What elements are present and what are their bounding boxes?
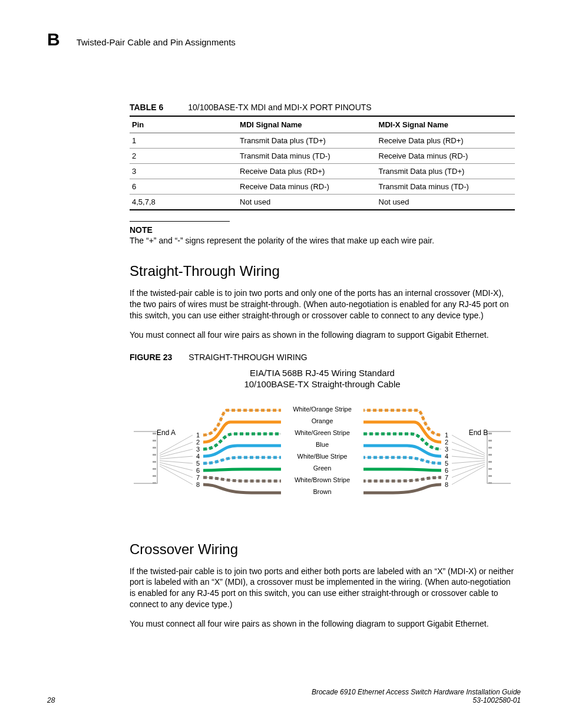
table-cell: Transmit Data plus (TD+) xyxy=(376,164,515,179)
table-row: 3Receive Data plus (RD+)Transmit Data pl… xyxy=(130,164,515,179)
table-cell: Transmit Data minus (TD-) xyxy=(237,149,376,164)
col-mdix: MDI-X Signal Name xyxy=(376,116,515,133)
svg-rect-16 xyxy=(488,461,492,463)
svg-text:5: 5 xyxy=(445,460,448,467)
svg-text:End A: End A xyxy=(157,429,176,437)
footer-docnum: 53-1002580-01 xyxy=(312,696,521,704)
header-title: Twisted-Pair Cable and Pin Assignments xyxy=(77,37,236,47)
svg-line-31 xyxy=(452,460,485,463)
svg-rect-2 xyxy=(153,433,156,434)
svg-rect-14 xyxy=(488,447,492,449)
svg-text:5: 5 xyxy=(196,460,200,467)
svg-text:2: 2 xyxy=(196,439,200,446)
svg-text:White/Green Stripe: White/Green Stripe xyxy=(295,429,350,436)
diagram-subtitle: 10/100BASE-TX Straight-through Cable xyxy=(130,379,515,389)
svg-text:Orange: Orange xyxy=(312,417,333,424)
table-cell: 4,5,7,8 xyxy=(130,195,237,210)
note-label: NOTE xyxy=(130,225,515,235)
table-cell: Not used xyxy=(376,195,515,210)
svg-rect-17 xyxy=(488,468,492,470)
svg-text:6: 6 xyxy=(196,467,200,474)
table-cell: Receive Data minus (RD-) xyxy=(376,149,515,164)
figure-caption: FIGURE 23 STRAIGHT-THROUGH WIRING xyxy=(130,353,515,362)
table-title: 10/100BASE-TX MDI and MDI-X PORT PINOUTS xyxy=(188,103,371,112)
svg-text:Brown: Brown xyxy=(313,488,331,495)
svg-text:White/Orange Stripe: White/Orange Stripe xyxy=(293,406,352,413)
table-cell: Receive Data plus (RD+) xyxy=(237,164,376,179)
section1-para2: You must connect all four wire pairs as … xyxy=(130,330,515,341)
table-cell: Transmit Data minus (TD-) xyxy=(376,179,515,195)
svg-text:7: 7 xyxy=(196,474,200,481)
figure-label: FIGURE 23 xyxy=(130,353,172,362)
svg-text:2: 2 xyxy=(445,439,448,446)
section2-para1: If the twisted-pair cable is to join two… xyxy=(130,566,515,611)
svg-rect-9 xyxy=(153,482,156,484)
svg-rect-13 xyxy=(488,440,492,442)
svg-rect-8 xyxy=(153,475,156,477)
svg-text:6: 6 xyxy=(445,467,448,474)
wiring-diagram: EIA/TIA 568B RJ-45 Wiring Standard 10/10… xyxy=(130,368,515,523)
note-rule xyxy=(130,221,230,222)
svg-text:4: 4 xyxy=(445,453,448,460)
page-number: 28 xyxy=(47,696,55,704)
svg-rect-7 xyxy=(153,468,156,470)
svg-text:3: 3 xyxy=(445,446,448,453)
svg-rect-6 xyxy=(153,461,156,463)
figure-title: STRAIGHT-THROUGH WIRING xyxy=(189,353,307,362)
svg-text:White/Blue Stripe: White/Blue Stripe xyxy=(297,453,348,460)
diagram-title: EIA/TIA 568B RJ-45 Wiring Standard xyxy=(130,368,515,378)
table-row: 1Transmit Data plus (TD+)Receive Data pl… xyxy=(130,133,515,149)
table-cell: Receive Data minus (RD-) xyxy=(237,179,376,195)
page-header: B Twisted-Pair Cable and Pin Assignments xyxy=(47,29,521,50)
note-text: The “+” and “-” signs represent the pola… xyxy=(130,236,515,245)
table-cell: 3 xyxy=(130,164,237,179)
svg-text:Blue: Blue xyxy=(316,441,329,448)
svg-rect-18 xyxy=(488,475,492,477)
col-mdi: MDI Signal Name xyxy=(237,116,376,133)
svg-text:7: 7 xyxy=(445,474,448,481)
svg-rect-3 xyxy=(153,440,156,442)
table-cell: 1 xyxy=(130,133,237,149)
svg-rect-4 xyxy=(153,447,156,449)
svg-line-29 xyxy=(452,456,485,459)
table-row: 2Transmit Data minus (TD-)Receive Data m… xyxy=(130,149,515,164)
table-header-row: Pin MDI Signal Name MDI-X Signal Name xyxy=(130,116,515,133)
svg-line-30 xyxy=(160,460,193,463)
svg-text:4: 4 xyxy=(196,453,200,460)
table-caption: TABLE 6 10/100BASE-TX MDI and MDI-X PORT… xyxy=(130,103,515,112)
page-footer: 28 Brocade 6910 Ethernet Access Switch H… xyxy=(47,688,521,704)
svg-text:8: 8 xyxy=(196,481,200,488)
svg-line-28 xyxy=(160,456,193,459)
svg-rect-5 xyxy=(153,454,156,456)
svg-text:Green: Green xyxy=(313,465,332,472)
table-cell: Transmit Data plus (TD+) xyxy=(237,133,376,149)
section-straight-through-heading: Straight-Through Wiring xyxy=(130,263,515,279)
section-crossover-heading: Crossover Wiring xyxy=(130,541,515,558)
section1-para1: If the twisted-pair cable is to join two… xyxy=(130,288,515,321)
svg-text:End B: End B xyxy=(469,429,488,437)
svg-text:8: 8 xyxy=(445,481,448,488)
svg-text:White/Brown Stripe: White/Brown Stripe xyxy=(295,476,350,483)
svg-text:1: 1 xyxy=(196,431,200,439)
footer-book: Brocade 6910 Ethernet Access Switch Hard… xyxy=(312,688,521,696)
svg-text:1: 1 xyxy=(445,431,448,439)
svg-rect-12 xyxy=(488,433,492,434)
svg-text:3: 3 xyxy=(196,446,200,453)
col-pin: Pin xyxy=(130,116,237,133)
appendix-letter: B xyxy=(47,29,60,50)
wiring-svg: End AEnd B1122334455667788White/Orange S… xyxy=(134,400,511,523)
svg-rect-19 xyxy=(488,482,492,484)
table-row: 4,5,7,8Not usedNot used xyxy=(130,195,515,210)
pinout-table: Pin MDI Signal Name MDI-X Signal Name 1T… xyxy=(130,116,515,210)
table-row: 6Receive Data minus (RD-)Transmit Data m… xyxy=(130,179,515,195)
table-cell: 2 xyxy=(130,149,237,164)
section2-para2: You must connect all four wire pairs as … xyxy=(130,618,515,630)
svg-rect-15 xyxy=(488,454,492,456)
table-cell: 6 xyxy=(130,179,237,195)
table-label: TABLE 6 xyxy=(130,103,163,112)
table-cell: Not used xyxy=(237,195,376,210)
table-cell: Receive Data plus (RD+) xyxy=(376,133,515,149)
